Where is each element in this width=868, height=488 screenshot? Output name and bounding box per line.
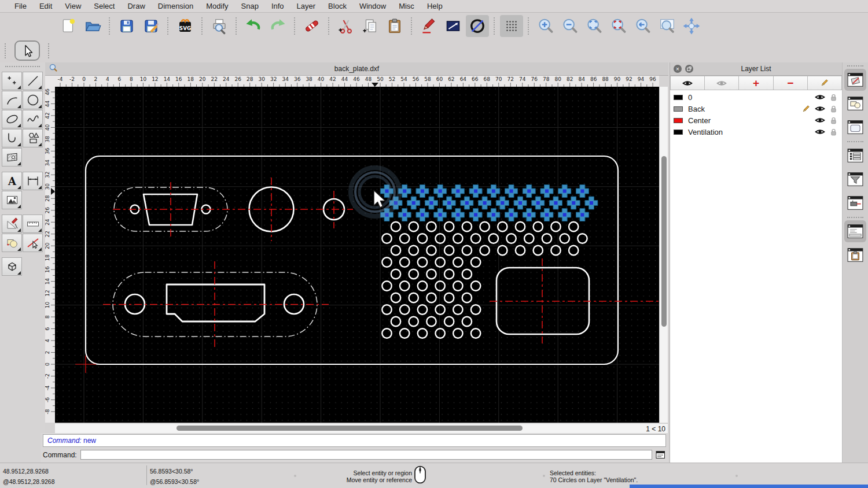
block-tool-button[interactable] — [2, 234, 22, 252]
vent-hole[interactable] — [578, 234, 587, 243]
vent-hole[interactable] — [524, 234, 534, 243]
vent-hole[interactable] — [391, 246, 400, 255]
vent-hole[interactable] — [418, 305, 427, 314]
dock-pen-toolbar-icon[interactable] — [844, 192, 866, 214]
arc-tool-button[interactable] — [2, 91, 22, 109]
vent-hole[interactable] — [462, 317, 472, 326]
vent-hole[interactable] — [471, 281, 480, 290]
add-layer-button[interactable]: + — [739, 76, 773, 90]
vent-hole[interactable] — [462, 269, 472, 279]
vent-hole[interactable] — [462, 246, 472, 255]
vent-hole[interactable] — [569, 222, 578, 231]
vent-hole[interactable] — [418, 257, 427, 267]
hide-all-layers-button[interactable] — [705, 76, 739, 90]
vent-hole[interactable] — [462, 293, 472, 302]
vent-hole[interactable] — [480, 246, 489, 255]
vent-hole[interactable] — [400, 257, 409, 267]
zoom-pan-button[interactable] — [680, 15, 703, 37]
vent-hole[interactable] — [426, 222, 436, 231]
vent-hole[interactable] — [426, 269, 436, 279]
save-button[interactable] — [115, 15, 138, 37]
text-tool-button[interactable]: A — [2, 172, 22, 190]
vent-hole[interactable] — [426, 317, 436, 326]
palette-drag-handle[interactable] — [5, 66, 40, 67]
command-input[interactable] — [80, 450, 652, 460]
points-tool-button[interactable] — [2, 72, 22, 90]
vent-hole[interactable] — [534, 246, 543, 255]
polyline-tool-button[interactable] — [2, 129, 22, 147]
vent-hole[interactable] — [444, 222, 454, 231]
vent-hole[interactable] — [542, 234, 551, 243]
show-all-layers-button[interactable] — [670, 76, 705, 90]
menu-snap[interactable]: Snap — [235, 0, 265, 13]
vent-hole[interactable] — [489, 234, 498, 243]
vent-hole[interactable] — [435, 281, 444, 290]
vent-hole[interactable] — [471, 234, 480, 243]
vent-hole[interactable] — [382, 257, 391, 267]
vent-hole[interactable] — [444, 317, 454, 326]
vent-hole[interactable] — [453, 305, 462, 314]
menu-draw[interactable]: Draw — [121, 0, 151, 13]
layer-visibility-eye-icon[interactable] — [815, 94, 825, 101]
menu-select[interactable]: Select — [87, 0, 121, 13]
box3d-tool-button[interactable] — [2, 257, 22, 276]
menu-dimension[interactable]: Dimension — [152, 0, 200, 13]
circle-tool-button[interactable] — [23, 91, 43, 109]
save-as-button[interactable] — [139, 15, 163, 37]
vent-hole[interactable] — [551, 222, 560, 231]
measure-tool-button[interactable] — [23, 215, 43, 233]
layer-visibility-eye-icon[interactable] — [815, 117, 825, 124]
vent-hole[interactable] — [569, 246, 578, 255]
print-preview-button[interactable] — [208, 15, 231, 37]
menu-misc[interactable]: Misc — [392, 0, 421, 13]
vent-hole[interactable] — [382, 281, 391, 290]
close-icon[interactable]: × — [674, 65, 682, 73]
vent-hole[interactable] — [382, 328, 391, 338]
vent-hole[interactable] — [409, 317, 418, 326]
dock-command-line-icon[interactable] — [844, 220, 866, 242]
vent-hole[interactable] — [444, 246, 454, 255]
command-options-button[interactable] — [654, 450, 666, 460]
layer-row-back[interactable]: Back — [670, 103, 842, 114]
layer-lock-icon[interactable] — [830, 105, 837, 113]
dock-layer-list-icon[interactable] — [844, 69, 866, 91]
vent-hole[interactable] — [471, 305, 480, 314]
select-tool-button[interactable] — [14, 40, 40, 61]
pen-button[interactable] — [417, 15, 440, 37]
ellipse-tool-button[interactable] — [2, 110, 22, 128]
line-tool-button[interactable] — [23, 72, 43, 90]
float-panel-icon[interactable] — [685, 65, 693, 73]
vent-hole[interactable] — [409, 246, 418, 255]
vent-hole[interactable] — [391, 269, 400, 279]
vent-hole[interactable] — [444, 293, 454, 302]
select-entity-tool-button[interactable] — [23, 234, 43, 252]
vent-hole[interactable] — [400, 234, 409, 243]
menu-window[interactable]: Window — [353, 0, 392, 13]
copy-button[interactable] — [359, 15, 382, 37]
vent-hole[interactable] — [409, 269, 418, 279]
ventilation-holes[interactable] — [381, 185, 598, 338]
vent-hole[interactable] — [498, 246, 507, 255]
layer-row-0[interactable]: 0 — [670, 91, 842, 103]
layer-visibility-eye-icon[interactable] — [815, 128, 825, 135]
vent-hole[interactable] — [418, 234, 427, 243]
layer-lock-icon[interactable] — [830, 116, 837, 125]
menu-help[interactable]: Help — [421, 0, 449, 13]
vent-hole[interactable] — [462, 222, 472, 231]
vertical-scrollbar-thumb[interactable] — [661, 156, 667, 327]
vent-hole[interactable] — [426, 246, 436, 255]
paste-button[interactable] — [383, 15, 406, 37]
menu-layer[interactable]: Layer — [290, 0, 322, 13]
vent-hole[interactable] — [400, 281, 409, 290]
vent-hole[interactable] — [391, 222, 400, 231]
dock-library-browser-icon[interactable] — [844, 116, 866, 138]
image-tool-button[interactable] — [2, 191, 22, 209]
zoom-window-button[interactable] — [656, 15, 679, 37]
vent-hole[interactable] — [418, 281, 427, 290]
dock-clipboard-icon[interactable] — [844, 244, 866, 266]
layer-visibility-eye-icon[interactable] — [815, 105, 825, 112]
vent-hole[interactable] — [435, 305, 444, 314]
redo-button[interactable] — [266, 15, 289, 37]
vent-hole[interactable] — [480, 222, 489, 231]
vent-hole[interactable] — [391, 293, 400, 302]
